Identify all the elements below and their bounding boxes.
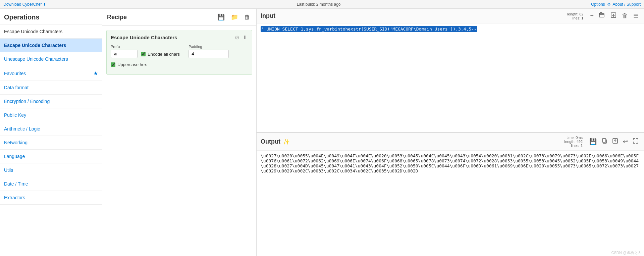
- input-new-button[interactable]: +: [589, 12, 595, 20]
- encode-all-checkbox[interactable]: [141, 52, 146, 56]
- output-save-button[interactable]: 💾: [588, 137, 598, 146]
- input-header: Input length: 82 lines: 1 +: [257, 9, 644, 23]
- sidebar-item-arithmetic-logic[interactable]: Arithmetic / Logic: [0, 122, 102, 136]
- wand-icon[interactable]: ✨: [283, 139, 290, 145]
- input-area[interactable]: ' UNION SELECT 1,sys.fn_varbintohexstr(S…: [257, 23, 644, 132]
- last-build-info: Last build: 2 months ago: [297, 2, 341, 7]
- uppercase-checkbox-row: Uppercase hex: [111, 62, 248, 67]
- encode-all-checkbox-row: Encode all chars: [141, 52, 180, 57]
- output-meta: time: 0ms length: 492 lines: 1: [565, 136, 583, 148]
- recipe-save-button[interactable]: 💾: [216, 13, 226, 21]
- download-link[interactable]: Download CyberChef: [3, 2, 42, 7]
- padding-field-group: Padding: [189, 45, 229, 58]
- output-area[interactable]: \u0027\u0020\u0055\u004E\u0049\u004F\u00…: [257, 151, 644, 250]
- input-toolbar: +: [589, 11, 640, 20]
- op-card-header: Escape Unicode Characters ⊘ ⏸: [111, 34, 248, 41]
- op-fields: Prefix Encode all chars Padding: [111, 45, 248, 58]
- top-bar: Download CyberChef ⬇ Last build: 2 month…: [0, 0, 644, 9]
- output-section: Output ✨ time: 0ms length: 492 lines: 1 …: [257, 133, 644, 256]
- svg-rect-0: [599, 13, 604, 17]
- output-export-button[interactable]: [611, 137, 620, 146]
- options-link[interactable]: Options: [591, 2, 605, 7]
- op-pause-icon[interactable]: ⏸: [243, 35, 248, 41]
- input-section: Input length: 82 lines: 1 +: [257, 9, 644, 133]
- sidebar-item-escape-unicode-plain[interactable]: Escape Unicode Characters: [0, 25, 102, 39]
- sidebar: Operations Escape Unicode Characters Esc…: [0, 9, 102, 256]
- recipe-toolbar: 💾 📁 🗑: [216, 13, 252, 21]
- top-bar-right: Options ⚙ About / Support: [591, 2, 641, 7]
- operation-card: Escape Unicode Characters ⊘ ⏸ Prefix Enc…: [106, 30, 252, 75]
- sidebar-item-public-key[interactable]: Public Key: [0, 108, 102, 122]
- sidebar-item-data-format[interactable]: Data format: [0, 81, 102, 95]
- svg-rect-3: [602, 139, 606, 142]
- sidebar-item-unescape-unicode[interactable]: Unescape Unicode Characters: [0, 52, 102, 66]
- op-disable-icon[interactable]: ⊘: [235, 34, 239, 41]
- sidebar-item-encryption-encoding[interactable]: Encryption / Encoding: [0, 95, 102, 108]
- output-copy-button[interactable]: [600, 137, 609, 146]
- recipe-title: Recipe: [107, 14, 127, 21]
- output-toolbar: 💾 ↩: [588, 137, 640, 146]
- download-arrow-icon: ⬇: [43, 2, 46, 7]
- sidebar-title: Operations: [0, 9, 102, 25]
- output-title-row: Output ✨: [261, 138, 290, 145]
- prefix-label: Prefix: [111, 45, 138, 49]
- star-icon: ★: [93, 70, 98, 76]
- prefix-field-group: Prefix: [111, 45, 138, 58]
- input-title: Input: [261, 12, 275, 19]
- gear-icon[interactable]: ⚙: [607, 2, 611, 7]
- output-value: \u0027\u0020\u0055\u004E\u0049\u004F\u00…: [261, 153, 639, 173]
- sidebar-item-language[interactable]: Language: [0, 150, 102, 163]
- input-tabs-button[interactable]: ☰: [632, 12, 640, 20]
- uppercase-hex-label[interactable]: Uppercase hex: [117, 62, 147, 67]
- right-panel: Input length: 82 lines: 1 +: [257, 9, 644, 256]
- output-undo-button[interactable]: ↩: [622, 137, 629, 146]
- sidebar-item-networking[interactable]: Networking: [0, 136, 102, 150]
- padding-label: Padding: [189, 45, 229, 49]
- sidebar-item-utils[interactable]: Utils: [0, 163, 102, 177]
- recipe-clear-button[interactable]: 🗑: [243, 13, 252, 21]
- watermark: CSDN @虚构之人: [257, 250, 644, 256]
- op-card-title: Escape Unicode Characters: [111, 35, 177, 40]
- sidebar-item-escape-unicode-active[interactable]: Escape Unicode Characters: [0, 39, 102, 52]
- input-delete-button[interactable]: 🗑: [621, 12, 629, 20]
- output-expand-button[interactable]: [631, 137, 640, 146]
- input-import-button[interactable]: [609, 11, 618, 20]
- encode-all-label[interactable]: Encode all chars: [148, 52, 180, 57]
- download-section[interactable]: Download CyberChef ⬇: [3, 2, 46, 7]
- recipe-header: Recipe 💾 📁 🗑: [102, 9, 256, 26]
- sidebar-item-favourites[interactable]: Favourites ★: [0, 66, 102, 81]
- uppercase-hex-checkbox[interactable]: [111, 62, 115, 67]
- sidebar-item-date-time[interactable]: Date / Time: [0, 177, 102, 191]
- op-card-controls: ⊘ ⏸: [235, 34, 248, 41]
- sidebar-item-extractors[interactable]: Extractors: [0, 191, 102, 205]
- main-container: Operations Escape Unicode Characters Esc…: [0, 9, 644, 256]
- prefix-input[interactable]: [111, 50, 138, 58]
- recipe-panel: Recipe 💾 📁 🗑 Escape Unicode Characters ⊘…: [102, 9, 257, 256]
- output-title: Output: [261, 138, 280, 145]
- input-open-button[interactable]: [598, 11, 606, 20]
- input-meta: length: 82 lines: 1: [567, 12, 583, 20]
- recipe-load-button[interactable]: 📁: [229, 13, 239, 21]
- output-header: Output ✨ time: 0ms length: 492 lines: 1 …: [257, 133, 644, 151]
- about-support-link[interactable]: About / Support: [613, 2, 641, 7]
- padding-input[interactable]: [189, 50, 229, 58]
- input-value: ' UNION SELECT 1,sys.fn_varbintohexstr(S…: [261, 26, 477, 32]
